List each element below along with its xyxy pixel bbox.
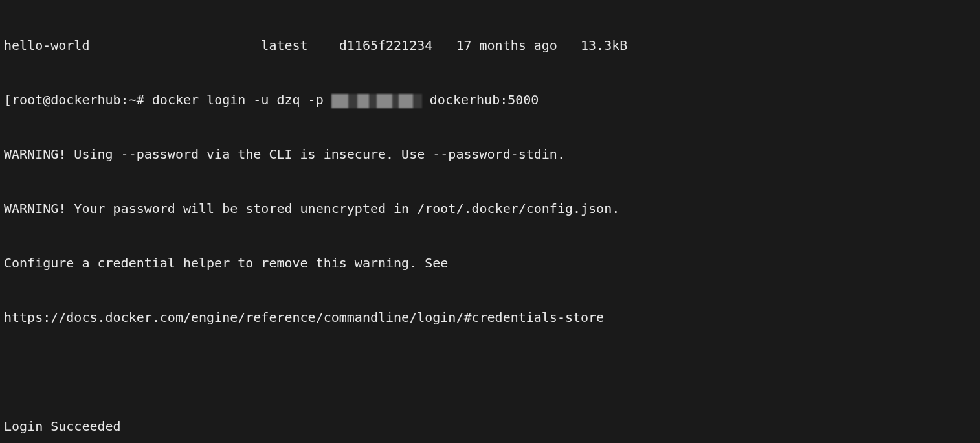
- shell-prompt: root@dockerhub:~#: [12, 92, 144, 108]
- bracket: [: [4, 92, 12, 108]
- login-succeeded: Login Succeeded: [4, 417, 976, 435]
- redacted-password: [331, 94, 422, 108]
- warning-line-1: WARNING! Using --password via the CLI is…: [4, 145, 976, 163]
- partial-top-line: hello-world latest d1165f221234 17 month…: [4, 36, 976, 54]
- warning-line-3: Configure a credential helper to remove …: [4, 254, 976, 272]
- terminal-output[interactable]: hello-world latest d1165f221234 17 month…: [0, 0, 980, 443]
- warning-url: https://docs.docker.com/engine/reference…: [4, 308, 976, 326]
- warning-line-2: WARNING! Your password will be stored un…: [4, 199, 976, 218]
- blank-line-1: [4, 363, 976, 381]
- login-cmd-before: docker login -u dzq -p: [152, 92, 324, 108]
- login-cmd-after: dockerhub:5000: [430, 92, 539, 108]
- login-command-line: [root@dockerhub:~# docker login -u dzq -…: [4, 91, 976, 109]
